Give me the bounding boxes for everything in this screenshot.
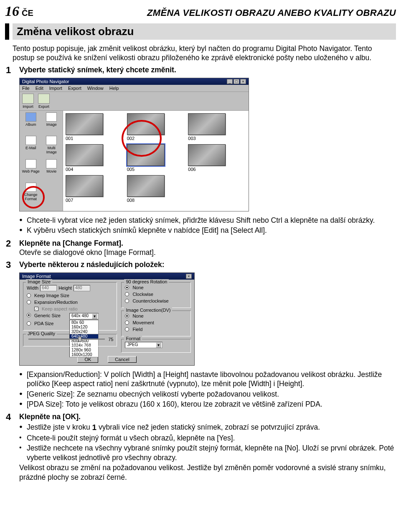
aspect-label: Keep aspect ratio: [42, 306, 78, 311]
sidebar-image[interactable]: Image: [42, 112, 61, 134]
quality-slider[interactable]: [28, 339, 105, 340]
sidebar-movie[interactable]: Movie: [42, 159, 61, 181]
menubar[interactable]: File Edit Import Export Window Help: [20, 85, 249, 92]
thumb-image-icon: [66, 113, 103, 135]
toolbar: Import Export: [20, 92, 249, 111]
format-select[interactable]: JPEG: [125, 342, 162, 348]
list-item[interactable]: 320x240: [70, 329, 98, 334]
thumbnail-area: 001 002 003 004 005 006 007 008: [63, 111, 249, 211]
radio-pda[interactable]: [27, 321, 31, 326]
step-1-notes: Chcete-li vybrat více než jeden statický…: [6, 216, 395, 236]
width-input[interactable]: 640: [40, 285, 57, 291]
checkbox-aspect[interactable]: [34, 307, 38, 311]
intro-text: Tento postup popisuje, jak změnit veliko…: [13, 44, 395, 63]
webpage-icon: [25, 159, 36, 168]
cancel-button[interactable]: Cancel: [108, 356, 136, 363]
radio-expansion[interactable]: [27, 300, 31, 304]
quality-value: 75: [108, 337, 113, 342]
menu-import[interactable]: Import: [49, 86, 62, 91]
step-number: 3: [6, 260, 19, 270]
radio-ic-movement[interactable]: [125, 321, 129, 325]
multiimage-icon: [46, 136, 57, 145]
menu-window[interactable]: Window: [87, 86, 104, 91]
step-number: 1: [6, 65, 19, 75]
thumb-image-icon: [188, 144, 226, 166]
page-number: 16: [5, 3, 19, 19]
dialog-title: Image Format: [22, 274, 51, 279]
maximize-icon[interactable]: □: [233, 79, 239, 84]
thumb-image-icon: [66, 144, 103, 166]
thumb-007[interactable]: 007: [66, 175, 124, 204]
thumb-006[interactable]: 006: [188, 144, 246, 173]
ic-mov-label: Movement: [132, 320, 154, 325]
rot-cw-label: Clockwise: [132, 292, 153, 297]
group-legend: 90 degrees Rotation: [124, 279, 169, 284]
text-fragment: Jestliže jste v kroku: [27, 423, 92, 431]
image-format-dialog: Image Format × Image Size Width 640 Heig…: [19, 272, 195, 366]
step-title: Vyberte některou z následujících položek…: [19, 260, 165, 269]
list-item[interactable]: 1280x 960: [70, 348, 98, 352]
keep-size-label: Keep Image Size: [34, 293, 69, 298]
step-tail-text: Velikost obrazu se změní na požadovanou …: [19, 463, 395, 482]
album-icon: [25, 112, 36, 122]
thumb-004[interactable]: 004: [66, 144, 124, 173]
sidebar-changeformat[interactable]: Change Format: [21, 183, 41, 204]
ic-field-label: Field: [132, 327, 142, 332]
bullet-item: [Expansion/Reduction]: V polích [Width] …: [19, 370, 395, 389]
app-window: Digital Photo Navigator _ □ × File Edit …: [19, 78, 249, 211]
section-heading: Změna velikost obrazu: [5, 23, 396, 40]
thumb-image-icon: [127, 175, 165, 197]
thumb-001[interactable]: 001: [66, 113, 124, 143]
height-input[interactable]: 480: [74, 285, 90, 291]
close-icon[interactable]: ×: [186, 274, 192, 279]
menu-edit[interactable]: Edit: [36, 86, 43, 91]
radio-rot-none[interactable]: [125, 285, 129, 290]
movie-icon: [46, 159, 57, 168]
sidebar-webpage[interactable]: Web Page: [21, 159, 41, 181]
radio-rot-cw[interactable]: [125, 292, 129, 296]
ic-none-label: None: [132, 313, 143, 318]
toolbar-import[interactable]: Import: [22, 94, 34, 109]
menu-export[interactable]: Export: [68, 86, 81, 91]
sub-bullet-item: Jestliže nechcete na všechny vybrané sní…: [19, 443, 395, 462]
menu-file[interactable]: File: [22, 86, 30, 91]
thumb-003[interactable]: 003: [188, 113, 246, 143]
sidebar-email[interactable]: E-Mail: [21, 136, 41, 158]
radio-keep-size[interactable]: [27, 293, 31, 298]
thumb-005[interactable]: 005: [127, 144, 185, 173]
radio-generic[interactable]: [27, 313, 31, 317]
slider-thumb-icon[interactable]: [78, 337, 81, 342]
thumb-002[interactable]: 002: [127, 113, 185, 143]
list-item[interactable]: 160x120: [70, 325, 98, 329]
close-icon[interactable]: ×: [240, 79, 246, 84]
dialog-buttons: OK Cancel: [20, 354, 194, 365]
generic-size-select[interactable]: 640x 480: [69, 313, 99, 319]
width-label: Width: [27, 285, 38, 290]
sidebar-multiimage[interactable]: Multi Image: [42, 136, 61, 158]
step-title: Vyberte statický snímek, který chcete zm…: [19, 66, 176, 74]
height-label: Height: [58, 285, 72, 290]
radio-ic-field[interactable]: [125, 327, 129, 331]
group-legend: Image Size: [26, 279, 52, 284]
changeformat-icon: [25, 183, 36, 192]
sidebar: Album Image E-Mail Multi Image Web Page …: [20, 111, 63, 211]
thumb-008[interactable]: 008: [127, 175, 185, 204]
sidebar-album[interactable]: Album: [21, 112, 41, 134]
list-item[interactable]: 1600x1200: [70, 352, 98, 357]
titlebar: Digital Photo Navigator _ □ ×: [20, 78, 249, 85]
list-item[interactable]: 80x 60: [70, 320, 98, 325]
step-number: 2: [6, 239, 19, 257]
thumb-image-icon: [188, 113, 226, 135]
generic-label: Generic Size: [34, 313, 68, 318]
sidebar-empty: [42, 183, 61, 204]
image-icon: [46, 112, 57, 122]
minimize-icon[interactable]: _: [227, 79, 233, 84]
radio-ic-none[interactable]: [125, 314, 129, 318]
toolbar-export[interactable]: Export: [38, 94, 50, 109]
group-rotation: 90 degrees Rotation None Clockwise Count…: [121, 282, 191, 308]
menu-help[interactable]: Help: [109, 86, 119, 91]
app-title: Digital Photo Navigator: [22, 79, 69, 84]
import-icon: [22, 94, 34, 104]
bullet-item: [Generic Size]: Ze seznamu obecných veli…: [19, 389, 395, 399]
radio-rot-ccw[interactable]: [125, 299, 129, 303]
